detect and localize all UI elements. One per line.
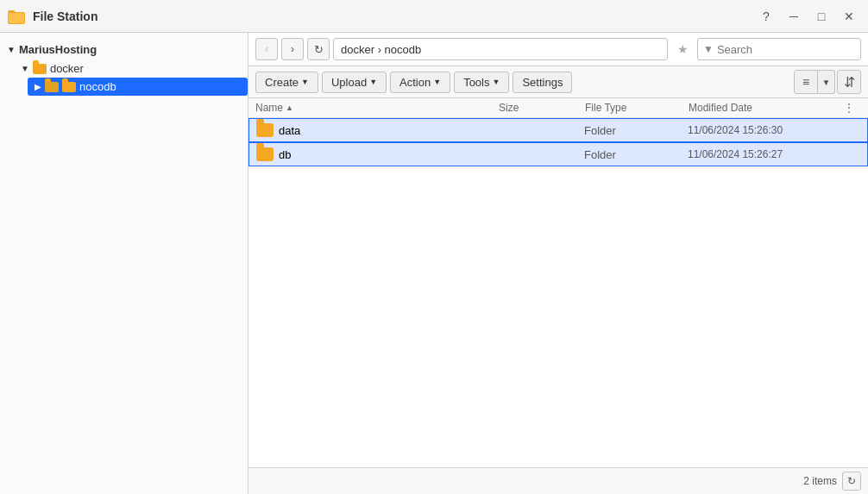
- file-list-body: data Folder 11/06/2024 15:26:30 db Folde…: [248, 118, 868, 467]
- view-controls: ≡ ▼ ⇵: [794, 70, 861, 94]
- search-box: ▼: [697, 38, 861, 60]
- settings-label: Settings: [522, 76, 563, 89]
- upload-button[interactable]: Upload ▼: [322, 72, 387, 93]
- tools-button[interactable]: Tools ▼: [454, 72, 509, 93]
- sidebar-item-docker[interactable]: ▼ docker: [14, 59, 248, 78]
- file-date: 11/06/2024 15:26:27: [688, 148, 843, 160]
- docker-collapse-arrow: ▼: [21, 64, 29, 73]
- nocodb-folder-icon: [45, 82, 59, 92]
- sidebar: ▼ MariusHosting ▼ docker ▶ nocodb: [0, 33, 248, 494]
- upload-caret: ▼: [369, 78, 377, 86]
- file-date: 11/06/2024 15:26:30: [688, 124, 843, 136]
- sidebar-item-nocodb[interactable]: ▶ nocodb: [28, 78, 248, 96]
- app-icon: [7, 7, 26, 26]
- svg-rect-1: [9, 13, 24, 23]
- col-size-header[interactable]: Size: [499, 102, 585, 114]
- action-caret: ▼: [433, 78, 441, 86]
- address-bar: ‹ › ↻ ★ ▼: [248, 33, 868, 66]
- file-type: Folder: [584, 148, 688, 161]
- settings-button[interactable]: Settings: [513, 72, 572, 93]
- folder-icon: [256, 123, 274, 137]
- upload-label: Upload: [331, 76, 367, 89]
- create-caret: ▼: [301, 78, 309, 86]
- bookmark-button[interactable]: ★: [671, 38, 694, 60]
- file-name: db: [279, 148, 291, 161]
- create-label: Create: [265, 76, 299, 89]
- sidebar-docker-label: docker: [50, 62, 84, 75]
- tools-label: Tools: [463, 76, 489, 89]
- file-name-cell: db: [256, 147, 498, 161]
- status-bar: 2 items ↻: [248, 467, 868, 494]
- search-dropdown-icon[interactable]: ▼: [703, 43, 714, 55]
- path-input[interactable]: [333, 38, 668, 60]
- list-view-button[interactable]: ≡: [794, 70, 818, 94]
- col-type-header[interactable]: File Type: [585, 102, 689, 114]
- list-view-dropdown[interactable]: ▼: [818, 70, 835, 94]
- app-title: File Station: [33, 9, 754, 23]
- address-refresh-button[interactable]: ↻: [307, 38, 330, 60]
- host-collapse-arrow: ▼: [7, 45, 16, 54]
- toolbar: Create ▼ Upload ▼ Action ▼ Tools ▼ Setti…: [248, 66, 868, 98]
- back-button[interactable]: ‹: [255, 38, 278, 60]
- create-button[interactable]: Create ▼: [255, 72, 318, 93]
- maximize-button[interactable]: □: [809, 7, 833, 26]
- file-name: data: [279, 124, 300, 137]
- window-controls: ? ─ □ ✕: [754, 7, 861, 26]
- tools-caret: ▼: [493, 78, 500, 86]
- col-name-header[interactable]: Name ▲: [255, 102, 499, 114]
- sidebar-group-docker: ▼ docker ▶ nocodb: [0, 59, 248, 96]
- file-list-header: Name ▲ Size File Type Modified Date ⋮: [248, 98, 868, 118]
- forward-button[interactable]: ›: [281, 38, 304, 60]
- file-name-cell: data: [256, 123, 498, 137]
- file-type: Folder: [584, 124, 688, 137]
- table-row[interactable]: db Folder 11/06/2024 15:26:27: [248, 142, 868, 166]
- title-bar: File Station ? ─ □ ✕: [0, 0, 868, 33]
- item-count: 2 items: [803, 475, 837, 487]
- nocodb-arrow: ▶: [35, 82, 41, 91]
- table-row[interactable]: data Folder 11/06/2024 15:26:30: [248, 118, 868, 142]
- col-more-header: ⋮: [844, 102, 861, 114]
- sidebar-nocodb-label: nocodb: [79, 80, 116, 93]
- sidebar-host-item[interactable]: ▼ MariusHosting: [0, 40, 248, 59]
- nocodb-folder-icon2: [62, 82, 76, 92]
- sidebar-group-nocodb: ▶ nocodb: [14, 78, 248, 96]
- minimize-button[interactable]: ─: [782, 7, 806, 26]
- help-button[interactable]: ?: [754, 7, 778, 26]
- col-date-header[interactable]: Modified Date: [689, 102, 844, 114]
- right-panel: ‹ › ↻ ★ ▼ Create ▼ Upload ▼ Action ▼: [248, 33, 868, 494]
- action-label: Action: [399, 76, 431, 89]
- search-input[interactable]: [717, 43, 855, 56]
- folder-icon: [256, 147, 274, 161]
- sort-button[interactable]: ⇵: [837, 70, 861, 94]
- action-button[interactable]: Action ▼: [390, 72, 450, 93]
- status-refresh-button[interactable]: ↻: [842, 472, 861, 491]
- sidebar-host-label: MariusHosting: [19, 43, 97, 56]
- close-button[interactable]: ✕: [837, 7, 861, 26]
- docker-folder-icon: [33, 64, 47, 74]
- main-content: ▼ MariusHosting ▼ docker ▶ nocodb ‹: [0, 33, 868, 494]
